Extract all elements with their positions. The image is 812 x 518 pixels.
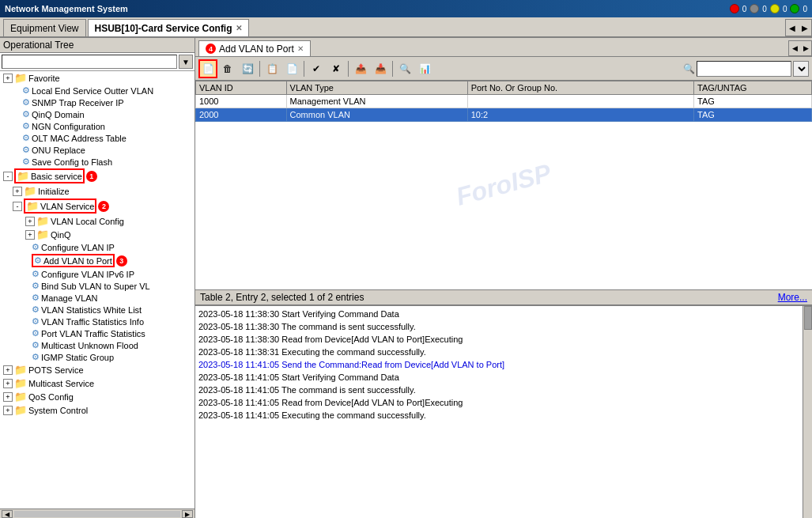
sidebar-search-button[interactable]: ▼ [179,55,193,69]
sidebar-item-manage-vlan[interactable]: ⚙ Manage VLAN [0,292,195,304]
expand-vlan-local[interactable]: + [25,217,35,226]
more-link[interactable]: More... [778,292,807,303]
basic-service-highlight-box: 📁 Basic service [14,168,85,183]
tab-nav-right[interactable]: ▶ [799,20,811,36]
sidebar-item-multicast-service[interactable]: + 📁 Multicast Service [0,376,195,390]
tab-nav-left[interactable]: ◀ [786,20,799,36]
col-vlanid: VLAN ID [196,81,287,95]
toolbar-table-button[interactable]: 📊 [415,59,434,78]
sidebar-item-save-config[interactable]: ⚙ Save Config to Flash [0,156,195,168]
sidebar-item-olt-mac[interactable]: ⚙ OLT MAC Address Table [0,132,195,144]
sidebar-item-vlan-service[interactable]: - 📁 VLAN Service 2 [0,198,195,214]
sidebar-item-system-control[interactable]: + 📁 System Control [0,403,195,417]
close-btn-gray[interactable] [750,4,759,13]
inner-tab-label: Add VLAN to Port [219,43,294,55]
sidebar-item-qos-config[interactable]: + 📁 QoS Config [0,390,195,403]
sidebar-item-add-vlan-to-port[interactable]: ⚙ Add VLAN to Port 3 [0,253,195,268]
apply-icon: ✔ [312,63,320,74]
tab-equipment-view[interactable]: Equipment View [3,19,86,36]
expand-favorite[interactable]: + [3,74,13,83]
expand-basic-service[interactable]: - [3,172,13,181]
sidebar-item-vlan-local-config[interactable]: + 📁 VLAN Local Config [0,214,195,228]
log-line-2: 2023-05-18 11:38:30 The command is sent … [198,320,809,333]
folder-icon: 📁 [26,200,39,212]
sidebar-item-label: Local End Service Outter VLAN [32,86,153,96]
sidebar-item-qinq[interactable]: + 📁 QinQ [0,228,195,241]
sidebar-item-basic-service[interactable]: - 📁 Basic service 1 [0,168,195,184]
sidebar-item-label: Save Config to Flash [32,157,112,167]
expand-qos[interactable]: + [3,392,13,402]
close-btn-red[interactable] [730,4,739,13]
sidebar-item-label: QinQ [51,230,71,240]
item-icon: ⚙ [34,255,42,266]
sidebar-item-label: Multicast Unknown Flood [41,341,138,350]
copy-icon: 📋 [266,63,278,74]
tab-close-icon[interactable]: ✕ [236,24,242,32]
expand-multicast[interactable]: + [3,379,13,388]
toolbar-cancel-button[interactable]: ✘ [327,59,346,78]
status-text: Table 2, Entry 2, selected 1 of 2 entrie… [200,292,364,303]
tab-card-service-config[interactable]: HSUB[10]-Card Service Config ✕ [88,19,249,36]
toolbar-refresh-button[interactable]: 🔄 [238,59,257,78]
sidebar-item-favorite[interactable]: + 📁 Favorite [0,71,195,85]
expand-vlan-service[interactable]: - [13,202,22,211]
maximize-btn[interactable] [790,4,799,13]
inner-tab-close[interactable]: ✕ [297,44,304,53]
sidebar-item-vlan-stats-white[interactable]: ⚙ VLAN Statistics White List [0,304,195,316]
toolbar-export-button[interactable]: 📤 [351,59,370,78]
sidebar-item-local-end[interactable]: ⚙ Local End Service Outter VLAN [0,85,195,96]
sidebar-item-port-vlan[interactable]: ⚙ Port VLAN Traffic Statistics [0,327,195,339]
log-line-4: 2023-05-18 11:38:31 Executing the comman… [198,346,809,358]
folder-icon: 📁 [17,170,29,182]
sidebar-scroll-right[interactable]: ▶ [182,510,193,518]
sidebar-item-snmp[interactable]: ⚙ SNMP Trap Receiver IP [0,96,195,108]
toolbar-add-button[interactable]: 📄 [198,59,217,78]
sidebar-item-initialize[interactable]: + 📁 Initialize [0,184,195,198]
inner-nav-right[interactable]: ▶ [800,41,811,55]
expand-initialize[interactable]: + [13,187,22,196]
expand-qinq[interactable]: + [25,230,35,240]
folder-icon: 📁 [36,229,49,240]
toolbar-delete-button[interactable]: 🗑 [218,59,237,78]
expand-system[interactable]: + [3,406,13,415]
toolbar: 📄 🗑 🔄 📋 📄 ✔ ✘ 📤 [195,57,812,81]
paste-icon: 📄 [286,63,298,74]
sidebar-item-label: Configure VLAN IP [41,243,115,252]
toolbar-query-button[interactable]: 🔍 [395,59,414,78]
cell-portno: 10:2 [467,108,693,122]
toolbar-copy-button[interactable]: 📋 [262,59,281,78]
sidebar-item-igmp-static[interactable]: ⚙ IGMP Static Group [0,351,195,363]
item-icon: ⚙ [22,133,30,143]
add-icon: 📄 [202,63,214,74]
table-row[interactable]: 1000 Management VLAN TAG [196,95,812,108]
sidebar-item-pots-service[interactable]: + 📁 POTS Service [0,363,195,376]
toolbar-import-button[interactable]: 📥 [371,59,390,78]
sidebar-item-multicast-flood[interactable]: ⚙ Multicast Unknown Flood [0,339,195,351]
col-tag: TAG/UNTAG [694,81,812,95]
expand-pots[interactable]: + [3,365,13,375]
sidebar-item-ngn[interactable]: ⚙ NGN Configuration [0,120,195,132]
folder-icon: 📁 [14,404,27,416]
sidebar-item-vlan-traffic[interactable]: ⚙ VLAN Traffic Statistics Info [0,316,195,327]
toolbar-paste-button[interactable]: 📄 [282,59,301,78]
sidebar: Operational Tree ▼ + 📁 Favorite ⚙ Local … [0,38,195,518]
toolbar-apply-button[interactable]: ✔ [307,59,326,78]
col-vlantype: VLAN Type [286,81,467,95]
sidebar-item-onu-replace[interactable]: ⚙ ONU Replace [0,144,195,156]
sidebar-item-label: POTS Service [28,365,84,375]
log-scroll-track [803,306,812,518]
table-row[interactable]: 2000 Common VLAN 10:2 TAG [196,108,812,122]
minimize-btn[interactable] [770,4,780,13]
sidebar-item-configure-vlan-ipv6[interactable]: ⚙ Configure VLAN IPv6 IP [0,268,195,280]
item-icon: ⚙ [22,109,30,119]
search-type-select[interactable] [793,61,809,77]
inner-nav-left[interactable]: ◀ [789,41,800,55]
sidebar-search-input[interactable] [2,55,177,69]
inner-tab-add-vlan[interactable]: 4 Add VLAN to Port ✕ [198,40,311,56]
toolbar-search-input[interactable] [697,61,791,77]
sidebar-scroll-left[interactable]: ◀ [2,510,13,518]
sidebar-item-qinq-domain[interactable]: ⚙ QinQ Domain [0,108,195,120]
sidebar-item-bind-sub-vlan[interactable]: ⚙ Bind Sub VLAN to Super VL [0,280,195,292]
sidebar-item-label: QoS Config [28,392,74,402]
sidebar-item-configure-vlan-ip[interactable]: ⚙ Configure VLAN IP [0,241,195,253]
